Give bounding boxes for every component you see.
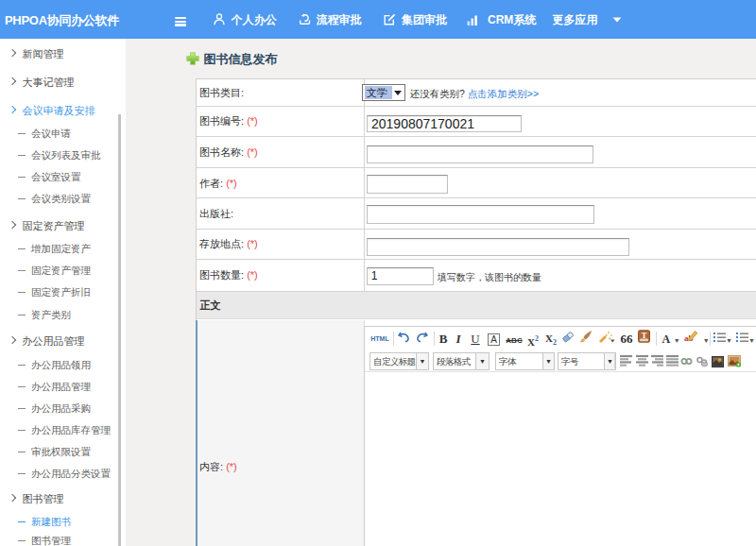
svg-text:T: T xyxy=(641,331,646,340)
